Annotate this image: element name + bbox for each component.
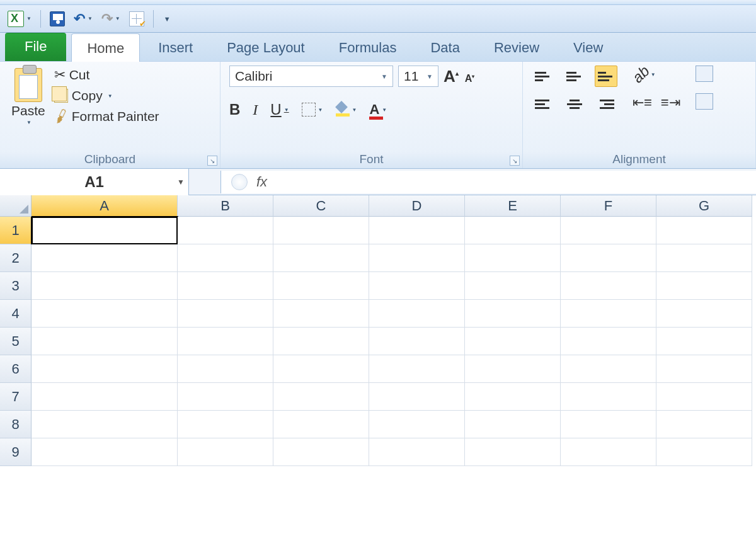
cell[interactable] xyxy=(561,272,656,300)
cell[interactable] xyxy=(465,411,561,438)
tab-page-layout[interactable]: Page Layout xyxy=(211,33,321,61)
shrink-font-button[interactable]: A▾ xyxy=(465,73,475,84)
quick-print-preview-button[interactable] xyxy=(127,9,147,28)
cell[interactable] xyxy=(32,438,178,466)
font-size-combo[interactable]: 11 ▼ xyxy=(398,66,438,87)
cell[interactable] xyxy=(656,244,752,272)
cell[interactable] xyxy=(178,244,273,272)
cell[interactable] xyxy=(178,383,273,411)
cell[interactable] xyxy=(178,328,273,355)
cell[interactable] xyxy=(465,217,561,244)
cell[interactable] xyxy=(273,217,369,244)
cell[interactable] xyxy=(32,300,178,328)
column-header-c[interactable]: C xyxy=(273,195,369,217)
cell[interactable] xyxy=(656,217,752,244)
cell[interactable] xyxy=(273,328,369,355)
orientation-button[interactable]: ab▼ xyxy=(633,66,680,83)
cell[interactable] xyxy=(656,355,752,383)
cell[interactable] xyxy=(178,300,273,328)
cell[interactable] xyxy=(561,328,656,355)
cell[interactable] xyxy=(561,217,656,244)
cell[interactable] xyxy=(178,355,273,383)
formula-input[interactable] xyxy=(276,171,746,193)
save-button[interactable] xyxy=(47,9,67,28)
cell[interactable] xyxy=(561,244,656,272)
cell[interactable] xyxy=(273,438,369,466)
cell[interactable] xyxy=(656,383,752,411)
borders-button[interactable]: ▼ xyxy=(302,103,323,117)
undo-button[interactable]: ↶ ▼ xyxy=(71,9,95,29)
font-color-button[interactable]: A▼ xyxy=(369,101,387,118)
row-header-2[interactable]: 2 xyxy=(0,244,32,272)
row-header-1[interactable]: 1 xyxy=(0,217,32,244)
cell[interactable] xyxy=(465,383,561,411)
cell[interactable] xyxy=(369,355,465,383)
paste-button[interactable]: Paste ▼ xyxy=(9,66,48,128)
cell[interactable] xyxy=(656,272,752,300)
column-header-f[interactable]: F xyxy=(561,195,656,217)
cell[interactable] xyxy=(32,355,178,383)
grow-font-button[interactable]: A▴ xyxy=(444,67,459,86)
row-header-3[interactable]: 3 xyxy=(0,272,32,300)
cell[interactable] xyxy=(561,300,656,328)
cell[interactable] xyxy=(465,328,561,355)
cell[interactable] xyxy=(273,411,369,438)
tab-review[interactable]: Review xyxy=(478,33,555,61)
align-right-button[interactable] xyxy=(595,93,617,115)
tab-data[interactable]: Data xyxy=(415,33,475,61)
cell-a1[interactable] xyxy=(32,217,178,244)
select-all-corner[interactable] xyxy=(0,195,32,217)
column-header-e[interactable]: E xyxy=(465,195,561,217)
cell[interactable] xyxy=(32,328,178,355)
cell[interactable] xyxy=(32,272,178,300)
align-bottom-button[interactable] xyxy=(595,66,617,87)
row-header-7[interactable]: 7 xyxy=(0,383,32,411)
cell[interactable] xyxy=(273,272,369,300)
cell[interactable] xyxy=(32,383,178,411)
row-header-6[interactable]: 6 xyxy=(0,355,32,383)
decrease-indent-button[interactable]: ⇤≡ xyxy=(633,94,652,111)
tab-file[interactable]: File xyxy=(5,33,66,61)
cell[interactable] xyxy=(369,383,465,411)
cell[interactable] xyxy=(273,300,369,328)
cell[interactable] xyxy=(273,383,369,411)
cell[interactable] xyxy=(465,300,561,328)
font-dialog-launcher[interactable]: ↘ xyxy=(510,156,520,166)
column-header-g[interactable]: G xyxy=(656,195,752,217)
tab-home[interactable]: Home xyxy=(71,33,140,62)
cell[interactable] xyxy=(561,355,656,383)
column-header-a[interactable]: A xyxy=(32,195,178,217)
merge-center-button[interactable] xyxy=(696,93,713,110)
tab-insert[interactable]: Insert xyxy=(142,33,209,61)
name-box[interactable]: A1 ▼ xyxy=(0,169,189,195)
customize-qat-button[interactable]: ▼ xyxy=(160,13,173,25)
cell[interactable] xyxy=(369,300,465,328)
cell[interactable] xyxy=(465,438,561,466)
align-center-button[interactable] xyxy=(563,93,586,115)
align-middle-button[interactable] xyxy=(563,66,586,87)
cell[interactable] xyxy=(465,355,561,383)
cell[interactable] xyxy=(369,411,465,438)
italic-button[interactable]: I xyxy=(253,101,258,118)
app-menu-button[interactable]: ▼ xyxy=(5,9,34,29)
row-header-5[interactable]: 5 xyxy=(0,328,32,355)
tab-formulas[interactable]: Formulas xyxy=(323,33,413,61)
cell[interactable] xyxy=(465,272,561,300)
underline-button[interactable]: U▼ xyxy=(270,101,289,118)
cell[interactable] xyxy=(32,244,178,272)
redo-button[interactable]: ↷ ▼ xyxy=(99,9,123,29)
cell[interactable] xyxy=(369,438,465,466)
wrap-text-button[interactable] xyxy=(696,66,713,82)
cell[interactable] xyxy=(273,355,369,383)
bold-button[interactable]: B xyxy=(229,101,240,118)
cell[interactable] xyxy=(561,438,656,466)
cell[interactable] xyxy=(465,244,561,272)
tab-view[interactable]: View xyxy=(558,33,619,61)
cell[interactable] xyxy=(369,217,465,244)
copy-button[interactable]: Copy ▼ xyxy=(53,87,161,105)
row-header-8[interactable]: 8 xyxy=(0,411,32,438)
cancel-formula-icon[interactable] xyxy=(231,174,248,190)
cut-button[interactable]: ✂ Cut xyxy=(53,66,161,84)
row-header-4[interactable]: 4 xyxy=(0,300,32,328)
align-left-button[interactable] xyxy=(532,93,554,115)
